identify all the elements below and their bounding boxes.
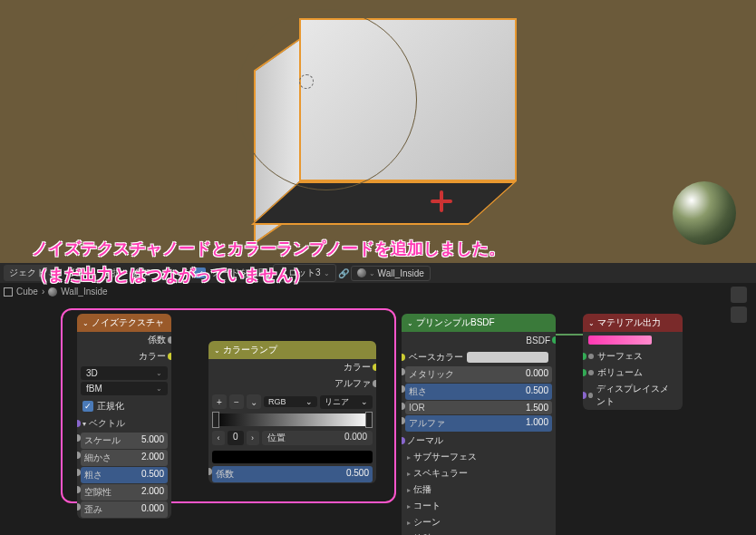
- output-alpha[interactable]: アルファ: [208, 375, 376, 392]
- detail-input[interactable]: 細かさ2.000: [81, 450, 168, 466]
- emission-panel[interactable]: ▸放射: [402, 530, 556, 535]
- node-header[interactable]: ⌄カラーランプ: [208, 341, 376, 359]
- roughness-input[interactable]: 粗さ0.500: [405, 384, 552, 400]
- socket-icon[interactable]: [77, 434, 81, 442]
- socket-icon[interactable]: [583, 392, 586, 399]
- subsurface-panel[interactable]: ▸サブサーフェス: [402, 449, 556, 465]
- vector-input[interactable]: ▾ベクトル: [77, 415, 171, 432]
- breadcrumb-object[interactable]: Cube: [16, 287, 38, 297]
- ramp-stop-handle[interactable]: [212, 412, 219, 428]
- output-color[interactable]: カラー: [208, 359, 376, 375]
- normal-input[interactable]: ノーマル: [402, 433, 556, 449]
- socket-icon[interactable]: [402, 368, 405, 375]
- ramp-toolbar: + − ⌄ RGB⌄ リニア⌄: [208, 392, 376, 412]
- material-output-node[interactable]: ⌄マテリアル出力 サーフェス ボリューム ディスプレイスメント: [583, 314, 683, 410]
- socket-icon[interactable]: [402, 417, 405, 424]
- annotation-line1: ノイズテクスチャノードとカラーランプノードを追加しました。: [32, 236, 505, 262]
- type-select[interactable]: fBM⌄: [81, 382, 168, 395]
- color-ramp-gradient[interactable]: [212, 413, 373, 426]
- stop-index[interactable]: 0: [228, 431, 244, 445]
- output-fac[interactable]: 係数: [77, 332, 171, 348]
- color-ramp-node[interactable]: ⌄カラーランプ カラー アルファ + − ⌄ RGB⌄ リニア⌄ ‹ 0 › 位…: [208, 341, 376, 483]
- prev-stop-button[interactable]: ‹: [212, 431, 225, 445]
- ramp-menu-button[interactable]: ⌄: [247, 394, 261, 409]
- displacement-input[interactable]: ディスプレイスメント: [583, 381, 683, 410]
- fac-input[interactable]: 係数0.500: [212, 466, 373, 482]
- annotation-text: ノイズテクスチャノードとカラーランプノードを追加しました。 （まだ出力とはつなが…: [32, 236, 505, 288]
- base-color-input[interactable]: ベースカラー: [405, 349, 552, 365]
- surface-input[interactable]: サーフェス: [583, 348, 683, 365]
- socket-icon[interactable]: [168, 353, 171, 360]
- ior-input[interactable]: IOR1.500: [405, 401, 552, 414]
- metallic-input[interactable]: メタリック0.000: [405, 366, 552, 383]
- tool-icon[interactable]: [731, 306, 747, 323]
- light-radius-icon: [236, 9, 417, 190]
- sheen-panel[interactable]: ▸シーン: [402, 514, 556, 530]
- socket-icon[interactable]: [373, 380, 376, 387]
- specular-panel[interactable]: ▸スペキュラー: [402, 465, 556, 482]
- alpha-input[interactable]: アルファ1.000: [405, 415, 552, 432]
- material-ball-icon: [48, 287, 57, 297]
- socket-icon[interactable]: [77, 469, 81, 476]
- breadcrumb: Cube › Wall_Inside: [4, 287, 108, 297]
- transmission-panel[interactable]: ▸伝播: [402, 482, 556, 498]
- socket-icon[interactable]: [402, 437, 405, 444]
- cursor-3d-icon: [431, 190, 452, 212]
- node-header[interactable]: ⌄マテリアル出力: [583, 314, 683, 332]
- socket-icon[interactable]: [583, 353, 586, 360]
- output-color[interactable]: カラー: [77, 348, 171, 365]
- tool-icon[interactable]: [731, 287, 747, 303]
- node-header[interactable]: ⌄ノイズテクスチャ: [77, 314, 171, 332]
- distortion-input[interactable]: 歪み0.000: [81, 501, 168, 518]
- lacunarity-input[interactable]: 空隙性2.000: [81, 484, 168, 501]
- socket-icon[interactable]: [77, 420, 81, 427]
- stop-color-swatch[interactable]: [212, 451, 373, 463]
- surface-preview-swatch: [588, 336, 652, 345]
- principled-bsdf-node[interactable]: ⌄プリンシプルBSDF BSDF ベースカラー メタリック0.000 粗さ0.5…: [402, 314, 556, 535]
- node-link[interactable]: [556, 334, 583, 336]
- socket-icon[interactable]: [77, 486, 81, 493]
- socket-icon[interactable]: [552, 336, 556, 344]
- sidebar-icons: [731, 287, 749, 323]
- interp-select[interactable]: RGB⌄: [264, 396, 317, 407]
- volume-input[interactable]: ボリューム: [583, 365, 683, 381]
- output-bsdf[interactable]: BSDF: [402, 332, 556, 348]
- socket-icon[interactable]: [373, 364, 376, 371]
- light-origin-icon: [299, 74, 314, 89]
- coat-panel[interactable]: ▸コート: [402, 498, 556, 514]
- position-input[interactable]: 位置0.000: [262, 431, 373, 445]
- node-editor[interactable]: ジェクト⌄ ビュー 選択 追加 ノード ✓ ノードを使用 スロット3⌄ 🔗 ⌄W…: [0, 263, 756, 535]
- remove-stop-button[interactable]: −: [229, 394, 244, 409]
- socket-icon[interactable]: [583, 369, 586, 376]
- noise-texture-node[interactable]: ⌄ノイズテクスチャ 係数 カラー 3D⌄ fBM⌄ ✓正規化 ▾ベクトル スケー…: [77, 314, 171, 519]
- annotation-line2: （まだ出力とはつながっていません）: [32, 262, 505, 288]
- socket-icon[interactable]: [208, 468, 212, 475]
- socket-icon[interactable]: [168, 336, 171, 344]
- socket-icon[interactable]: [402, 385, 405, 393]
- socket-icon[interactable]: [402, 354, 405, 361]
- ramp-stop-handle[interactable]: [365, 412, 373, 428]
- node-header[interactable]: ⌄プリンシプルBSDF: [402, 314, 556, 332]
- viewport-3d[interactable]: [0, 0, 756, 263]
- chevron-right-icon: ›: [42, 287, 44, 297]
- breadcrumb-material[interactable]: Wall_Inside: [61, 287, 107, 297]
- cube-floor-face: [251, 181, 517, 225]
- color-swatch[interactable]: [467, 352, 548, 363]
- output-swatch-row: [583, 332, 683, 348]
- roughness-input[interactable]: 粗さ0.500: [81, 467, 168, 483]
- socket-icon[interactable]: [402, 403, 405, 410]
- mode-select[interactable]: リニア⌄: [320, 395, 373, 409]
- add-stop-button[interactable]: +: [212, 394, 227, 409]
- dimension-select[interactable]: 3D⌄: [81, 366, 168, 380]
- next-stop-button[interactable]: ›: [247, 431, 259, 445]
- socket-icon[interactable]: [77, 452, 81, 459]
- scale-input[interactable]: スケール5.000: [81, 433, 168, 449]
- cube-icon: [4, 287, 13, 297]
- hdri-preview-sphere[interactable]: [673, 181, 736, 245]
- socket-icon[interactable]: [77, 503, 81, 511]
- normalize-checkbox[interactable]: ✓正規化: [77, 397, 171, 415]
